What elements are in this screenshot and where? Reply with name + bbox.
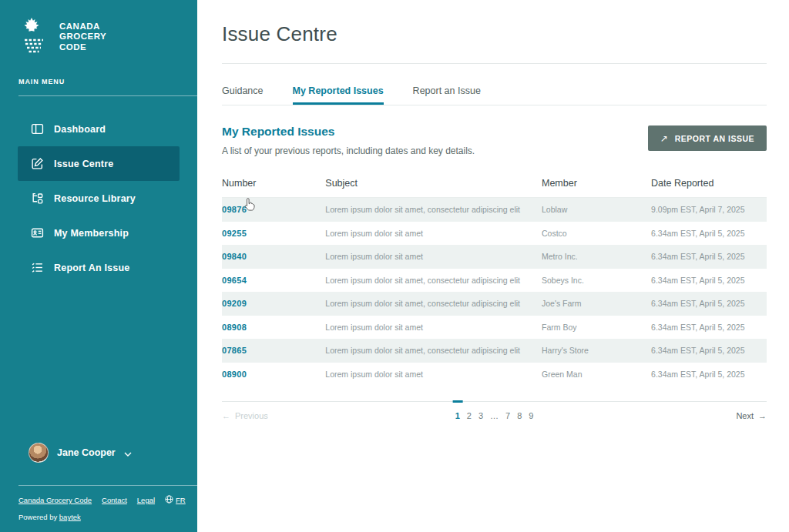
sidebar-item-label: Issue Centre	[54, 159, 113, 169]
table-row: 09654 Lorem ipsum dolor sit amet, consec…	[222, 269, 767, 293]
footer-link-canada-grocery-code[interactable]: Canada Grocery Code	[18, 496, 92, 504]
column-header-date-reported: Date Reported	[651, 178, 767, 189]
issue-number-link[interactable]: 09876	[222, 205, 247, 214]
page-title: Issue Centre	[222, 22, 767, 46]
issues-table: Number Subject Member Date Reported 0987…	[222, 172, 767, 386]
tab-bar: Guidance My Reported Issues Report an Is…	[222, 85, 767, 105]
issue-date: 6.34am EST, April 5, 2025	[651, 346, 767, 355]
issue-date: 6.34am EST, April 5, 2025	[651, 299, 767, 308]
sidebar-item-label: Resource Library	[54, 193, 136, 204]
issue-number-link[interactable]: 07865	[222, 346, 247, 355]
footer-link-contact[interactable]: Contact	[102, 496, 127, 504]
issue-subject: Lorem ipsum dolor sit amet	[325, 252, 542, 261]
main-content: Issue Centre Guidance My Reported Issues…	[197, 0, 789, 532]
sidebar-divider	[18, 95, 197, 96]
arrow-up-right-icon: ↗	[660, 133, 669, 144]
arrow-left-icon: ←	[222, 411, 230, 420]
table-row: 09255 Lorem ipsum dolor sit amet Costco …	[222, 222, 767, 246]
sidebar: CANADA GROCERY CODE MAIN MENU Dashboard …	[0, 0, 197, 532]
language-label[interactable]: FR	[176, 496, 186, 504]
table-row: 09876 Lorem ipsum dolor sit amet, consec…	[222, 198, 767, 222]
logo-wordmark: CANADA GROCERY CODE	[59, 22, 106, 53]
table-body: 09876 Lorem ipsum dolor sit amet, consec…	[222, 198, 767, 386]
issue-number-link[interactable]: 08900	[222, 370, 247, 379]
sidebar-item-label: My Membership	[54, 228, 129, 239]
page-7[interactable]: 7	[505, 411, 510, 420]
tab-report-an-issue[interactable]: Report an Issue	[413, 85, 481, 105]
issue-member: Green Man	[542, 370, 651, 379]
main-menu-label: MAIN MENU	[18, 78, 197, 85]
user-name: Jane Cooper	[57, 447, 116, 458]
tab-guidance[interactable]: Guidance	[222, 85, 264, 105]
sidebar-item-report-an-issue[interactable]: Report An Issue	[18, 250, 180, 285]
page-1[interactable]: 1	[455, 411, 460, 420]
globe-icon	[165, 495, 173, 505]
issue-number-link[interactable]: 08908	[222, 323, 247, 332]
issue-subject: Lorem ipsum dolor sit amet	[325, 229, 542, 238]
issue-date: 6.34am EST, April 5, 2025	[651, 229, 767, 238]
sidebar-item-label: Report An Issue	[54, 263, 129, 273]
canada-grocery-code-logo-icon	[18, 17, 49, 57]
pagination: ← Previous 1 2 3 … 7 8 9 Next →	[222, 401, 767, 420]
id-card-icon	[31, 226, 44, 239]
baytek-link[interactable]: baytek	[59, 513, 81, 521]
pagination-next[interactable]: Next →	[736, 411, 767, 420]
report-an-issue-button[interactable]: ↗ REPORT AN ISSUE	[648, 125, 767, 151]
page-9[interactable]: 9	[529, 411, 533, 420]
issue-date: 6.34am EST, April 5, 2025	[651, 276, 767, 285]
issue-number-link[interactable]: 09840	[222, 252, 247, 261]
dashboard-icon	[31, 122, 44, 136]
table-row: 07865 Lorem ipsum dolor sit amet, consec…	[222, 339, 767, 363]
pagination-previous[interactable]: ← Previous	[222, 411, 268, 420]
issue-member: Sobeys Inc.	[542, 276, 651, 285]
arrow-right-icon: →	[758, 411, 767, 420]
sidebar-item-issue-centre[interactable]: Issue Centre	[18, 146, 180, 181]
table-row: 09840 Lorem ipsum dolor sit amet Metro I…	[222, 245, 767, 269]
issue-subject: Lorem ipsum dolor sit amet	[325, 323, 542, 332]
table-header: Number Subject Member Date Reported	[222, 172, 767, 198]
issue-member: Joe's Farm	[542, 299, 651, 308]
footer-link-legal[interactable]: Legal	[137, 496, 155, 504]
chevron-down-icon	[124, 446, 132, 460]
footer-links: Canada Grocery Code Contact Legal FR	[0, 486, 197, 505]
sidebar-item-dashboard[interactable]: Dashboard	[18, 112, 180, 146]
issue-date: 9.09pm EST, April 7, 2025	[651, 205, 767, 214]
language-toggle[interactable]: FR	[165, 495, 186, 505]
sidebar-footer: Canada Grocery Code Contact Legal FR Pow…	[0, 475, 197, 532]
page-2[interactable]: 2	[467, 411, 472, 420]
column-header-number: Number	[222, 178, 325, 189]
column-header-subject: Subject	[325, 178, 542, 189]
issue-date: 6.34am EST, April 5, 2025	[651, 370, 767, 379]
page-3[interactable]: 3	[478, 411, 483, 420]
table-row: 08900 Lorem ipsum dolor sit amet Green M…	[222, 363, 767, 386]
sidebar-item-label: Dashboard	[54, 124, 106, 135]
app-window: { "colors": { "accent": "#0B7E9B", "side…	[0, 0, 789, 532]
issue-subject: Lorem ipsum dolor sit amet, consectetur …	[325, 276, 542, 285]
sidebar-item-my-membership[interactable]: My Membership	[18, 216, 180, 250]
edit-icon	[31, 157, 44, 170]
checklist-icon	[31, 261, 44, 274]
issue-subject: Lorem ipsum dolor sit amet, consectetur …	[325, 205, 542, 214]
issue-number-link[interactable]: 09654	[222, 276, 247, 285]
sidebar-nav: Dashboard Issue Centre Resource Library	[0, 112, 197, 285]
user-menu[interactable]: Jane Cooper	[0, 443, 197, 463]
issue-member: Costco	[542, 229, 651, 238]
logo: CANADA GROCERY CODE	[0, 0, 197, 57]
page-8[interactable]: 8	[517, 411, 522, 420]
sidebar-item-resource-library[interactable]: Resource Library	[18, 181, 180, 216]
issue-member: Metro Inc.	[542, 252, 651, 261]
issue-subject: Lorem ipsum dolor sit amet, consectetur …	[325, 346, 542, 355]
powered-by: Powered by baytek	[0, 505, 197, 521]
column-header-member: Member	[542, 178, 651, 189]
issue-member: Farm Boy	[542, 323, 651, 332]
page-ellipsis: …	[490, 411, 499, 420]
issue-date: 6.34am EST, April 5, 2025	[651, 252, 767, 261]
tab-my-reported-issues[interactable]: My Reported Issues	[293, 85, 384, 105]
issue-number-link[interactable]: 09209	[222, 299, 247, 308]
issue-member: Harry's Store	[542, 346, 651, 355]
table-row: 08908 Lorem ipsum dolor sit amet Farm Bo…	[222, 316, 767, 340]
section-title: My Reported Issues	[222, 125, 475, 139]
table-row: 09209 Lorem ipsum dolor sit amet, consec…	[222, 292, 767, 316]
issue-date: 6.34am EST, April 5, 2025	[651, 323, 767, 332]
issue-number-link[interactable]: 09255	[222, 229, 247, 238]
